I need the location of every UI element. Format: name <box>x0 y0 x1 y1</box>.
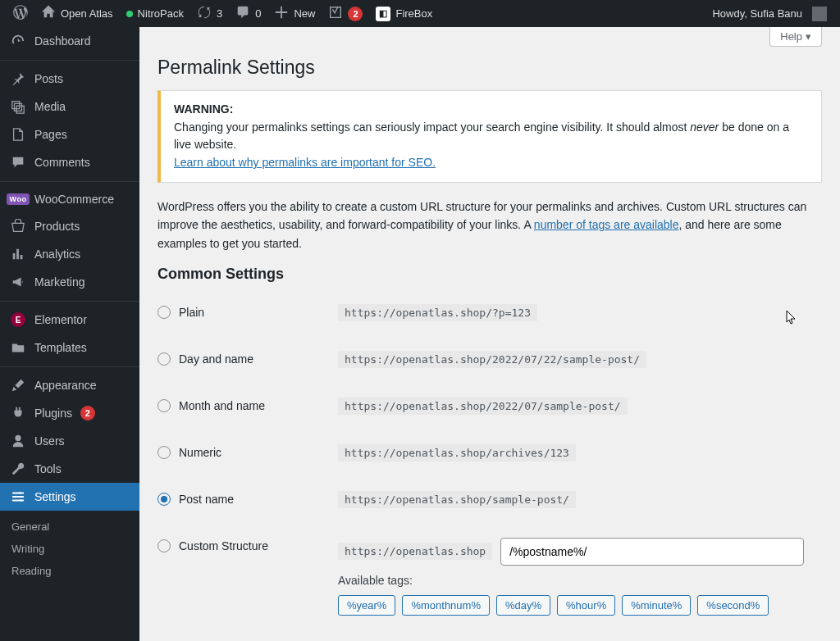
page-icon <box>10 127 26 142</box>
plugins-badge: 2 <box>80 406 95 421</box>
svg-point-1 <box>15 496 17 498</box>
yoast-icon <box>328 5 343 22</box>
firebox-icon: ◧ <box>376 7 390 21</box>
warning-notice: WARNING: Changing your permalinks settin… <box>158 90 822 183</box>
wordpress-icon <box>13 5 28 22</box>
new-link[interactable]: New <box>267 0 322 27</box>
nitropack-link[interactable]: NitroPack <box>120 0 190 27</box>
option-day-name: Day and name https://openatlas.shop/2022… <box>158 336 822 383</box>
site-name-link[interactable]: Open Atlas <box>34 0 120 27</box>
radio-plain[interactable] <box>158 306 171 319</box>
elementor-icon: E <box>10 312 26 327</box>
warning-label: WARNING: <box>174 102 233 116</box>
dashboard-icon <box>10 34 26 48</box>
svg-point-0 <box>19 492 21 494</box>
menu-media[interactable]: Media <box>0 93 139 120</box>
option-post-name: Post name https://openatlas.shop/sample-… <box>158 476 822 523</box>
submenu-general[interactable]: General <box>0 516 139 538</box>
page-title: Permalink Settings <box>158 57 822 79</box>
url-example: https://openatlas.shop/2022/07/22/sample… <box>338 351 646 368</box>
common-settings-heading: Common Settings <box>158 266 822 283</box>
home-icon <box>41 5 56 22</box>
intro-text: WordPress offers you the ability to crea… <box>158 198 822 252</box>
submenu-reading[interactable]: Reading <box>0 560 139 582</box>
tags-available-link[interactable]: number of tags are available <box>534 218 679 231</box>
wp-logo[interactable] <box>7 0 34 27</box>
updates-link[interactable]: 3 <box>190 0 229 27</box>
menu-analytics[interactable]: Analytics <box>0 240 139 268</box>
help-tab[interactable]: Help▾ <box>769 27 822 47</box>
tag-day[interactable]: %day% <box>496 595 550 616</box>
tag-minute[interactable]: %minute% <box>622 595 691 616</box>
url-example: https://openatlas.shop/archives/123 <box>338 444 576 461</box>
update-icon <box>197 5 212 22</box>
user-icon <box>10 434 26 448</box>
status-dot-icon <box>126 11 133 17</box>
menu-tools[interactable]: Tools <box>0 455 139 483</box>
products-icon <box>10 219 26 234</box>
brush-icon <box>10 378 26 393</box>
plus-icon <box>274 5 289 22</box>
tag-monthnum[interactable]: %monthnum% <box>402 595 490 616</box>
menu-dashboard[interactable]: Dashboard <box>0 27 139 55</box>
pin-icon <box>10 71 26 86</box>
comment-icon <box>10 155 26 170</box>
comment-icon <box>235 5 250 22</box>
custom-structure-input[interactable] <box>500 538 804 566</box>
woocommerce-icon: Woo <box>10 193 26 205</box>
url-example: https://openatlas.shop/?p=123 <box>338 304 537 321</box>
menu-appearance[interactable]: Appearance <box>0 371 139 399</box>
main-content: Help▾ Permalink Settings WARNING: Changi… <box>139 27 840 641</box>
tag-year[interactable]: %year% <box>338 595 395 616</box>
avatar <box>812 7 827 21</box>
menu-products[interactable]: Products <box>0 212 139 240</box>
menu-templates[interactable]: Templates <box>0 334 139 361</box>
menu-marketing[interactable]: Marketing <box>0 268 139 296</box>
warning-seo-link[interactable]: Learn about why permalinks are important… <box>174 156 436 169</box>
radio-post-name[interactable] <box>158 493 171 506</box>
tag-buttons: %year% %monthnum% %day% %hour% %minute% … <box>338 595 822 616</box>
admin-sidebar: Dashboard Posts Media Pages Comments Woo… <box>0 27 139 641</box>
sliders-icon <box>10 489 26 504</box>
menu-pages[interactable]: Pages <box>0 120 139 148</box>
radio-month-name[interactable] <box>158 399 171 412</box>
yoast-link[interactable]: 2 <box>322 0 369 27</box>
option-numeric: Numeric https://openatlas.shop/archives/… <box>158 430 822 476</box>
firebox-link[interactable]: ◧FireBox <box>369 0 439 27</box>
yoast-badge: 2 <box>348 7 363 21</box>
menu-posts[interactable]: Posts <box>0 65 139 93</box>
user-account[interactable]: Howdy, Sufia Banu <box>705 0 833 27</box>
menu-comments[interactable]: Comments <box>0 148 139 176</box>
site-name: Open Atlas <box>61 7 113 20</box>
tag-second[interactable]: %second% <box>697 595 769 616</box>
url-example: https://openatlas.shop/sample-post/ <box>338 491 576 508</box>
svg-point-2 <box>21 499 23 502</box>
radio-numeric[interactable] <box>158 446 171 459</box>
radio-custom[interactable] <box>158 539 171 552</box>
megaphone-icon <box>10 275 26 289</box>
option-month-name: Month and name https://openatlas.shop/20… <box>158 383 822 430</box>
available-tags-label: Available tags: <box>338 574 822 587</box>
wrench-icon <box>10 461 26 476</box>
plug-icon <box>10 406 26 421</box>
menu-users[interactable]: Users <box>0 427 139 455</box>
submenu-writing[interactable]: Writing <box>0 538 139 560</box>
permalink-form: Plain https://openatlas.shop/?p=123 Day … <box>158 289 822 630</box>
radio-day-name[interactable] <box>158 352 171 366</box>
analytics-icon <box>10 247 26 261</box>
option-plain: Plain https://openatlas.shop/?p=123 <box>158 289 822 336</box>
menu-woocommerce[interactable]: WooWooCommerce <box>0 186 139 212</box>
comments-link[interactable]: 0 <box>229 0 267 27</box>
chevron-down-icon: ▾ <box>806 30 811 43</box>
option-custom: Custom Structure https://openatlas.shop … <box>158 523 822 630</box>
url-prefix: https://openatlas.shop <box>338 543 492 560</box>
tag-hour[interactable]: %hour% <box>557 595 615 616</box>
menu-settings[interactable]: Settings <box>0 483 139 511</box>
folder-icon <box>10 340 26 355</box>
settings-submenu: General Writing Reading <box>0 511 139 587</box>
admin-bar: Open Atlas NitroPack 3 0 New 2 ◧FireBox … <box>0 0 840 27</box>
menu-plugins[interactable]: Plugins2 <box>0 399 139 427</box>
media-icon <box>10 99 26 114</box>
howdy-text: Howdy, Sufia Banu <box>712 7 802 20</box>
menu-elementor[interactable]: EElementor <box>0 306 139 334</box>
